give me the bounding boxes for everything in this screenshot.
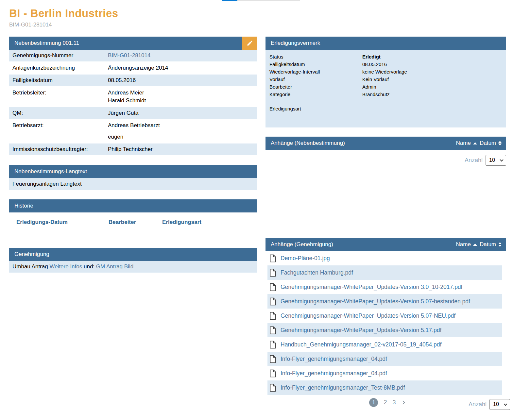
historie-panel-title: Historie — [14, 203, 257, 209]
column-header-erledigungsart[interactable]: Erledigungsart — [162, 219, 201, 226]
sort-both-icon — [498, 141, 502, 145]
anhaenge-nebenbestimmung-panel: Anhänge (Nebenbestimmung) Name Datum Anz… — [266, 137, 506, 167]
genehmigungs-nummer-link[interactable]: BIM-G01-281014 — [108, 52, 150, 59]
sort-datum-label: Datum — [480, 140, 496, 146]
column-header-bearbeiter[interactable]: Bearbeiter — [109, 219, 162, 226]
chevron-down-icon — [500, 158, 503, 161]
attachment-link[interactable]: Demo-Pläne-01.jpg — [281, 255, 330, 262]
genehmigung-panel: Genehmigung Umbau Antrag Weitere Infos u… — [9, 248, 257, 273]
field-row: Kategorie Brandschutz — [269, 91, 502, 98]
sort-by-datum[interactable]: Datum — [480, 140, 502, 146]
anzahl-label: Anzahl — [469, 401, 487, 408]
field-label: Erledigungsart — [269, 105, 362, 112]
historie-panel-header: Historie — [9, 199, 257, 212]
genehmigung-panel-title: Genehmigung — [14, 251, 257, 258]
erledigungsvermerk-panel-title: Erledigungsvermerk — [271, 40, 506, 46]
spacer — [269, 98, 502, 105]
page-size-select[interactable]: 10 — [489, 399, 510, 410]
anhaenge-nebenbestimmung-header: Anhänge (Nebenbestimmung) Name Datum — [266, 137, 506, 150]
sort-by-name[interactable]: Name — [456, 140, 477, 146]
page-size-row: Anzahl 10 — [469, 394, 510, 411]
row-label: QM: — [12, 110, 108, 116]
field-row: Erledigungsart — [269, 105, 502, 112]
field-value: Kein Vorlauf — [362, 76, 389, 83]
attachment-link[interactable]: Info-Flyer_genehmigungsmanager_04.pdf — [281, 356, 387, 362]
attachment-link[interactable]: Genehmigungsmanager-WhitePaper_Updates-V… — [281, 327, 441, 334]
attachment-row: Genehmigungsmanager-WhitePaper_Updates-V… — [267, 280, 502, 294]
attachment-link[interactable]: Genehmigungsmanager-WhitePaper_Updates-V… — [281, 284, 462, 291]
field-value: Admin — [362, 83, 376, 91]
attachment-row: Info-Flyer_genehmigungsmanager_Test-8MB.… — [267, 380, 502, 395]
next-page-icon[interactable] — [401, 400, 405, 405]
column-header-erledigungs-datum[interactable]: Erledigungs-Datum — [16, 219, 109, 226]
page-size-value: 10 — [489, 157, 495, 163]
sort-by-name[interactable]: Name — [456, 241, 477, 248]
page-size-select[interactable]: 10 — [486, 155, 506, 166]
row-value: Andreas Meier Harald Schmidt — [108, 90, 257, 104]
row-label: Immissionsschutzbeauftragter: — [12, 146, 108, 153]
attachment-link[interactable]: Info-Flyer_genehmigungsmanager_04.pdf — [281, 370, 387, 377]
table-row: Betriebsarzt: Andreas Betriebsarzt eugen — [9, 120, 257, 143]
genehmigung-text-prefix: Umbau Antrag — [12, 263, 49, 270]
attachment-link[interactable]: Info-Flyer_genehmigungsmanager_Test-8MB.… — [281, 384, 405, 391]
attachment-row: Demo-Pläne-01.jpg — [267, 251, 502, 265]
sort-name-label: Name — [456, 140, 471, 146]
row-value-line: Andreas Meier — [108, 90, 257, 96]
page-button-1[interactable]: 1 — [369, 398, 378, 407]
progress-bar-track — [237, 0, 300, 1]
gm-antrag-bild-link[interactable]: GM Antrag Bild — [96, 263, 133, 270]
nebenbestimmung-panel-title: Nebenbestimmung 001.11 — [14, 40, 242, 46]
row-value-line: Harald Schmidt — [108, 97, 257, 104]
status-value: Erledigt — [362, 53, 381, 60]
table-row: QM: Jürgen Guta — [9, 107, 257, 120]
field-value: 08.05.2016 — [362, 60, 387, 68]
table-row: Genehmigungs-Nummer BIM-G01-281014 — [9, 50, 257, 62]
attachment-link[interactable]: Genehmigungsmanager-WhitePaper_Updates-V… — [281, 312, 455, 319]
row-value: Philip Technischer — [108, 146, 257, 153]
attachment-link[interactable]: Genehmigungsmanager-WhitePaper_Updates-V… — [281, 298, 470, 305]
pencil-icon — [247, 40, 253, 46]
edit-button[interactable] — [242, 37, 257, 50]
top-progress-strip — [222, 0, 300, 1]
document-icon — [270, 312, 276, 320]
historie-column-headers: Erledigungs-Datum Bearbeiter Erledigungs… — [9, 212, 257, 230]
row-label: Anlagenkurzbezeichnung — [12, 65, 108, 71]
field-row: Vorlauf Kein Vorlauf — [269, 76, 502, 83]
page-size-value: 10 — [493, 401, 499, 407]
row-value: 08.05.2016 — [108, 77, 257, 84]
sort-name-label: Name — [456, 241, 471, 248]
attachment-row: Handbuch_Genehmigungsmanager_02-v2017-05… — [267, 337, 502, 352]
langtext-row: Feuerungsanlagen Langtext — [9, 178, 257, 191]
table-row: Immissionsschutzbeauftragter: Philip Tec… — [9, 143, 257, 156]
chevron-down-icon — [504, 402, 507, 406]
table-row: Betriebsleiter: Andreas Meier Harald Sch… — [9, 87, 257, 107]
page-button-2[interactable]: 2 — [384, 399, 387, 406]
sort-asc-icon — [473, 142, 477, 144]
historie-empty-body — [9, 230, 257, 232]
anhaenge-nebenbestimmung-title: Anhänge (Nebenbestimmung) — [271, 140, 456, 146]
document-icon — [270, 326, 276, 334]
genehmigung-text: Umbau Antrag Weitere Infos und: GM Antra… — [12, 263, 133, 270]
field-label: Fälligkeitsdatum — [269, 60, 362, 68]
langtext-panel-title: Nebenbestimmungs-Langtext — [14, 168, 257, 175]
attachment-link[interactable]: Fachgutachten Hamburg.pdf — [281, 269, 353, 276]
field-value: keine Wiedervorlage — [362, 68, 407, 76]
anhaenge-genehmigung-panel: Anhänge (Genehmigung) Name Datum Demo-Pl… — [266, 238, 506, 411]
genehmigung-row: Umbau Antrag Weitere Infos und: GM Antra… — [9, 261, 257, 273]
row-value: Jürgen Guta — [108, 110, 257, 116]
nebenbestimmung-panel: Nebenbestimmung 001.11 Genehmigungs-Numm… — [9, 37, 257, 156]
document-icon — [270, 341, 276, 349]
row-label: Betriebsarzt: — [12, 122, 108, 140]
sort-by-datum[interactable]: Datum — [480, 241, 502, 248]
attachment-link[interactable]: Handbuch_Genehmigungsmanager_02-v2017-05… — [281, 341, 441, 348]
page-button-3[interactable]: 3 — [393, 399, 396, 406]
attachment-row: Genehmigungsmanager-WhitePaper_Updates-V… — [267, 294, 502, 309]
row-value: Änderungsanzeige 2014 — [108, 65, 257, 71]
weitere-infos-link[interactable]: Weitere Infos — [49, 263, 82, 270]
field-row: Status Erledigt — [269, 53, 502, 60]
document-icon — [270, 254, 276, 262]
genehmigung-text-middle: und: — [82, 263, 96, 270]
pagination-row: 1 2 3 Anzahl 10 — [267, 395, 506, 411]
langtext-text: Feuerungsanlagen Langtext — [12, 181, 82, 187]
table-row: Fälligkeitsdatum 08.05.2016 — [9, 75, 257, 87]
